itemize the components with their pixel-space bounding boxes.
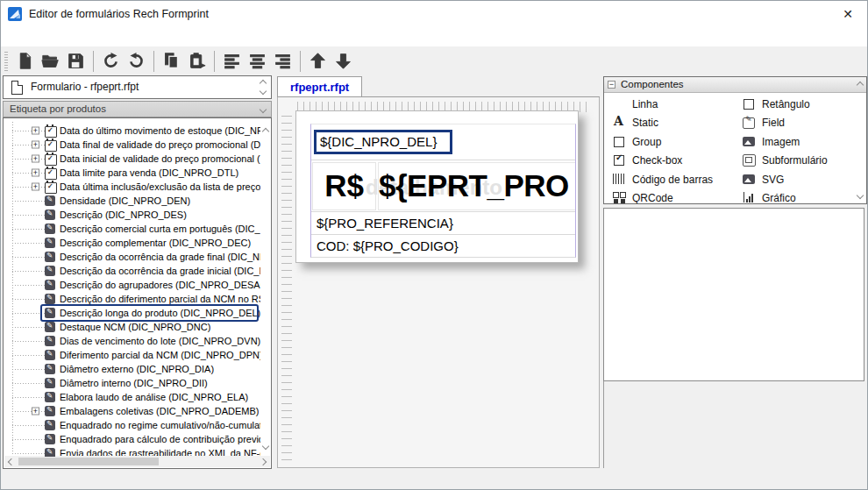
component-item[interactable]: Field <box>743 114 843 133</box>
tree-connector <box>12 187 45 188</box>
tree-scroll-down-icon[interactable] <box>262 443 269 450</box>
tree-item[interactable]: + Dias de vencimento do lote (DIC_NPRO_D… <box>4 334 260 348</box>
tree-item[interactable]: + Data final de validade do preço promoc… <box>4 138 260 152</box>
filter-combobox[interactable]: Etiqueta por produtos <box>3 101 272 117</box>
copy-button[interactable] <box>159 49 184 73</box>
toolbar-grip[interactable] <box>4 52 8 71</box>
tree-item[interactable]: + Elabora laudo de análise (DIC_NPRO_ELA… <box>4 390 260 404</box>
component-item[interactable]: Group <box>613 132 743 152</box>
line-icon <box>613 98 627 110</box>
component-item[interactable]: Imagem <box>743 132 843 152</box>
expand-plus-icon[interactable]: + <box>32 155 39 163</box>
tree-item[interactable]: + Data última inclusão/exclusão da lista… <box>4 180 260 194</box>
arrow-down-icon <box>334 52 352 70</box>
form-selector[interactable]: Formulario - rfpeprt.rfpt <box>3 75 272 99</box>
save-button[interactable] <box>63 49 89 73</box>
components-header[interactable]: − Componentes <box>604 77 866 93</box>
menu-item[interactable] <box>41 34 60 39</box>
tree-item-icon <box>45 153 55 164</box>
tree-item-icon <box>45 378 55 388</box>
tree-scroll-up-icon[interactable] <box>262 128 269 135</box>
tree-item-icon <box>45 252 55 262</box>
component-label: Check-box <box>632 154 682 167</box>
expand-plus-icon[interactable]: + <box>32 127 39 135</box>
tree-item[interactable]: + Destaque NCM (DIC_NPRO_DNC) <box>4 320 260 334</box>
undo-button[interactable] <box>98 49 124 73</box>
label-sheet[interactable]: ${DIC_NPRO_DEL} detalhamento R$ ${EPRT_P… <box>295 110 579 263</box>
expand-plus-icon[interactable]: + <box>32 169 39 177</box>
currency-prefix-cell[interactable]: R$ <box>312 162 376 210</box>
tree-item[interactable]: + Descrição comercial curta em português… <box>4 222 260 236</box>
expand-plus-icon[interactable]: + <box>32 183 39 191</box>
collapse-icon[interactable]: − <box>608 81 615 89</box>
component-item[interactable]: Check-box <box>613 152 743 171</box>
tree-item-icon <box>45 336 55 346</box>
tree-item-icon <box>45 406 55 416</box>
paste-button[interactable] <box>184 49 210 73</box>
design-canvas[interactable]: ${DIC_NPRO_DEL} detalhamento R$ ${EPRT_P… <box>277 97 600 468</box>
code-field-cell[interactable]: COD: ${PRO_CODIGO} <box>311 235 575 258</box>
tree-item[interactable]: + Descrição do agrupadores (DIC_NPRO_DES… <box>4 278 260 292</box>
component-item[interactable]: Linha <box>613 95 743 114</box>
tree-item[interactable]: + Descrição complementar (DIC_NPRO_DEC) <box>4 236 260 250</box>
move-up-button[interactable] <box>305 49 331 73</box>
selected-field-dic-npro-del[interactable]: ${DIC_NPRO_DEL} <box>314 130 452 154</box>
component-item[interactable]: SVG <box>743 170 843 189</box>
close-icon[interactable]: ✕ <box>829 1 867 27</box>
tree-item[interactable]: + Descrição (DIC_NPRO_DES) <box>4 208 260 222</box>
menu-item[interactable] <box>3 34 22 39</box>
menu-item[interactable] <box>80 34 99 39</box>
component-label: SVG <box>762 174 784 186</box>
tree-item[interactable]: + Densidade (DIC_NPRO_DEN) <box>4 194 260 208</box>
expand-plus-icon[interactable]: + <box>32 141 39 149</box>
component-item[interactable]: Static <box>613 114 743 133</box>
form-selector-spinner[interactable] <box>256 78 269 96</box>
arrow-up-icon <box>309 52 327 70</box>
scroll-right-icon[interactable] <box>260 458 267 465</box>
components-scroll-down-icon[interactable] <box>857 192 864 199</box>
tree-item[interactable]: + Descrição longa do produto (DIC_NPRO_D… <box>4 306 260 320</box>
open-button[interactable] <box>38 49 63 73</box>
scroll-left-icon[interactable] <box>8 458 15 465</box>
align-right-button[interactable] <box>270 49 295 73</box>
menu-item[interactable] <box>60 34 80 39</box>
tree-item[interactable]: + Embalagens coletivas (DIC_NPRO_DADEMB) <box>4 404 260 418</box>
left-panel: Formulario - rfpeprt.rfpt Etiqueta por p… <box>3 75 272 469</box>
tree-item[interactable]: + Diâmetro interno (DIC_NPRO_DII) <box>4 376 260 390</box>
component-item[interactable]: Retângulo <box>743 95 843 114</box>
tree-item[interactable]: + Data limite para venda (DIC_NPRO_DTL) <box>4 166 260 180</box>
reference-field-cell[interactable]: ${PRO_REFERENCIA} <box>311 212 575 235</box>
tree-item[interactable]: + Diâmetro externo (DIC_NPRO_DIA) <box>4 362 260 376</box>
component-item[interactable]: Gráfico <box>743 189 843 205</box>
price-field-cell[interactable]: ${EPRT_PRO <box>378 162 575 210</box>
tree-item[interactable]: + Descrição da ocorrência da grade inici… <box>4 264 260 278</box>
component-item[interactable]: QRCode <box>613 189 743 205</box>
tree-h-scrollbar[interactable] <box>4 456 270 467</box>
tab-rfpeprt[interactable]: rfpeprt.rfpt <box>277 76 362 97</box>
tree-item[interactable]: + Data do último movimento de estoque (D… <box>4 124 260 138</box>
align-center-button[interactable] <box>245 49 270 73</box>
menu-bar <box>1 27 867 46</box>
tree-item[interactable]: + Diferimento parcial da NCM (DIC_NPRO_D… <box>4 348 260 362</box>
new-file-button[interactable] <box>12 49 38 73</box>
spinner-down-icon[interactable] <box>259 88 266 95</box>
component-item[interactable]: Subformulário <box>743 152 843 171</box>
tree-item[interactable]: + Enquadrado para cálculo de contribuiçã… <box>4 432 260 446</box>
tree-item[interactable]: + Descrição da ocorrência da grade final… <box>4 250 260 264</box>
align-left-button[interactable] <box>219 49 245 73</box>
tree-connector <box>12 327 45 328</box>
h-scrollbar-thumb[interactable] <box>18 458 159 465</box>
barcode-icon <box>613 174 627 186</box>
component-item[interactable]: Código de barras <box>613 170 743 189</box>
tree-item[interactable]: + Descrição do diferimento parcial da NC… <box>4 292 260 306</box>
align-left-icon <box>223 52 241 70</box>
tree-item[interactable]: + Enquadrado no regime cumulativo/não-cu… <box>4 418 260 432</box>
field-tree: + Data do último movimento de estoque (D… <box>4 124 260 457</box>
tree-item[interactable]: + Data inicial de validade do preço prom… <box>4 152 260 166</box>
menu-item[interactable] <box>22 34 41 39</box>
spinner-up-icon[interactable] <box>259 80 266 87</box>
expand-plus-icon[interactable]: + <box>32 408 39 415</box>
redo-button[interactable] <box>124 49 149 73</box>
chevron-down-icon <box>260 106 267 113</box>
move-down-button[interactable] <box>331 49 356 73</box>
